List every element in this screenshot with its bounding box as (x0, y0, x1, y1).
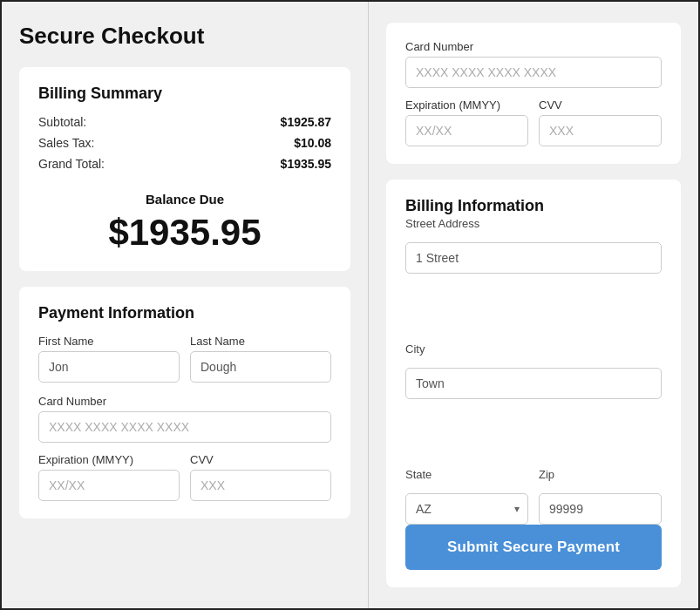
billing-info-fields: Street Address City State AZ AL A (405, 217, 662, 525)
billing-info-title: Billing Information (405, 197, 662, 215)
payment-info-card: Payment Information First Name Last Name… (19, 287, 350, 518)
exp-cvv-row-right: Expiration (MMYY) CVV (405, 98, 662, 146)
cvv-group-right: CVV (539, 98, 662, 146)
city-group: City (405, 342, 662, 458)
billing-summary-card: Billing Summary Subtotal: $1925.87 Sales… (19, 67, 350, 271)
expiration-group-right: Expiration (MMYY) (405, 98, 528, 146)
right-panel: Card Number Expiration (MMYY) CVV Billin… (368, 2, 698, 608)
card-number-group-right: Card Number (405, 40, 662, 88)
card-number-label-left: Card Number (38, 395, 331, 408)
expiration-input-right[interactable] (405, 115, 528, 146)
cvv-input-right[interactable] (539, 115, 662, 146)
first-name-group: First Name (38, 335, 180, 383)
state-group: State AZ AL AK CA CO ▾ (405, 468, 528, 525)
grand-total-value: $1935.95 (281, 157, 331, 171)
billing-summary-title: Billing Summary (38, 85, 331, 103)
expiration-label-left: Expiration (MMYY) (38, 453, 180, 466)
top-card-section: Card Number Expiration (MMYY) CVV (386, 23, 681, 164)
balance-section: Balance Due $1935.95 (38, 183, 331, 254)
city-input[interactable] (405, 368, 662, 399)
city-label: City (405, 342, 662, 356)
card-number-input-right[interactable] (405, 57, 662, 88)
state-select-wrapper: AZ AL AK CA CO ▾ (405, 493, 528, 525)
cvv-label-right: CVV (539, 98, 662, 112)
expiration-label-right: Expiration (MMYY) (405, 98, 528, 112)
expiration-group-left: Expiration (MMYY) (38, 453, 180, 501)
last-name-input[interactable] (190, 351, 331, 383)
street-address-label: Street Address (405, 217, 662, 230)
zip-label: Zip (539, 468, 662, 481)
grand-total-row: Grand Total: $1935.95 (38, 157, 331, 171)
balance-due-label: Balance Due (38, 192, 331, 207)
first-name-input[interactable] (38, 351, 180, 383)
street-address-input[interactable] (405, 242, 662, 274)
billing-info-card: Billing Information Street Address City … (386, 180, 681, 587)
state-label: State (405, 468, 528, 481)
sales-tax-row: Sales Tax: $10.08 (38, 136, 331, 150)
zip-input[interactable] (539, 493, 662, 525)
sales-tax-label: Sales Tax: (38, 136, 94, 150)
cvv-input-left[interactable] (190, 470, 331, 501)
card-number-label-right: Card Number (405, 40, 662, 53)
balance-due-amount: $1935.95 (38, 212, 331, 254)
zip-group: Zip (539, 468, 662, 525)
name-row: First Name Last Name (38, 335, 331, 383)
exp-cvv-row-left: Expiration (MMYY) CVV (38, 453, 331, 501)
state-select[interactable]: AZ AL AK CA CO (405, 493, 528, 525)
card-number-input-left[interactable] (38, 411, 331, 443)
subtotal-label: Subtotal: (38, 115, 86, 129)
page-title: Secure Checkout (19, 23, 350, 50)
card-number-group-left: Card Number (38, 395, 331, 443)
checkout-container: Secure Checkout Billing Summary Subtotal… (0, 0, 700, 610)
grand-total-label: Grand Total: (38, 157, 105, 171)
cvv-group-left: CVV (190, 453, 331, 501)
subtotal-value: $1925.87 (281, 115, 331, 129)
left-panel: Secure Checkout Billing Summary Subtotal… (2, 2, 368, 608)
last-name-label: Last Name (190, 335, 331, 348)
last-name-group: Last Name (190, 335, 331, 383)
cvv-label-left: CVV (190, 453, 331, 466)
sales-tax-value: $10.08 (294, 136, 331, 150)
subtotal-row: Subtotal: $1925.87 (38, 115, 331, 129)
expiration-input-left[interactable] (38, 470, 180, 501)
state-zip-row: State AZ AL AK CA CO ▾ (405, 468, 662, 525)
street-address-group: Street Address (405, 217, 662, 332)
payment-info-title: Payment Information (38, 304, 331, 322)
first-name-label: First Name (38, 335, 180, 348)
submit-secure-payment-button[interactable]: Submit Secure Payment (405, 525, 662, 570)
